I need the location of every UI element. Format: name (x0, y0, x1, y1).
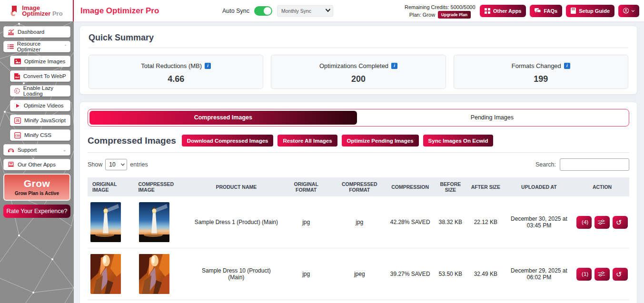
rate-experience-button[interactable]: Rate Your Experience? (3, 205, 70, 218)
restore-image-button[interactable]: ↺ (613, 268, 628, 281)
sliders-icon (598, 271, 605, 277)
sidebar-item-our-other-apps[interactable]: Our Other Apps (3, 159, 70, 170)
col-action[interactable]: Action (575, 177, 629, 196)
sliders-icon (598, 219, 605, 225)
search-input[interactable] (560, 158, 629, 171)
col-product-name[interactable]: Product Name (191, 177, 281, 196)
plan-line: Plan: Grow Upgrade Plan (405, 11, 476, 19)
before-size-cell (433, 300, 468, 303)
col-compressed-format[interactable]: Compressed Format (331, 177, 387, 196)
compression-cell: 42.28% SAVED (387, 196, 432, 248)
caret-down-icon (632, 10, 634, 12)
user-icon (623, 7, 629, 15)
user-menu-button[interactable] (618, 5, 639, 17)
grid-icon (485, 8, 490, 14)
setup-guide-button[interactable]: Setup Guide (566, 5, 614, 17)
auto-sync-toggle[interactable] (254, 6, 272, 16)
brand-logo[interactable]: Image Optimizer Pro (0, 0, 74, 21)
faqs-button[interactable]: FAQs (530, 5, 562, 17)
auto-sync-label: Auto Sync (222, 8, 249, 14)
sync-images-on-ecwid-button[interactable]: Sync Images On Ecwid (423, 135, 494, 147)
info-icon[interactable]: i (391, 63, 397, 69)
col-after-size[interactable]: After Size (468, 177, 503, 196)
sidebar-item-convert-webp[interactable]: WeP Convert To WebP (10, 70, 70, 82)
headset-icon (8, 147, 14, 153)
sidebar-item-resource-optimizer[interactable]: Resource Optimizer ˆ (3, 41, 70, 52)
stat-label: Optimizations Completedi (319, 62, 397, 69)
after-size-cell (468, 300, 503, 303)
restore-all-images-button[interactable]: Restore All Images (277, 135, 337, 147)
plan-name: Grow (6, 178, 68, 189)
top-bar: Image Optimizer Pro Image Optimizer Pro … (0, 0, 644, 21)
col-original-image[interactable]: Original Image (88, 177, 136, 196)
row-actions: (1) ↺ (577, 268, 627, 281)
undo-icon: ↺ (616, 271, 622, 278)
svg-text:I: I (16, 89, 18, 92)
search-group: Search: (535, 158, 629, 171)
page-size-select[interactable]: 10 (105, 159, 127, 170)
download-count: (1) (582, 271, 588, 277)
plan-status-text: Grow Plan is Active (6, 191, 68, 196)
col-uploaded-at[interactable]: Uploaded At (503, 177, 575, 196)
original-image-thumbnail[interactable] (90, 202, 121, 242)
tab-compressed-images[interactable]: Compressed Images (89, 111, 357, 125)
download-image-button[interactable]: (4) (576, 216, 592, 229)
search-label: Search: (535, 161, 556, 168)
sync-frequency-select-wrap: Monthly Sync (277, 5, 333, 17)
sidebar-item-label: Optimize Images (24, 59, 65, 64)
col-before-size[interactable]: Before Size (433, 177, 468, 196)
table-controls: Show 10 entries Search: (88, 158, 629, 171)
top-actions: Other Apps FAQs Setup Guide (480, 5, 639, 17)
col-compression[interactable]: Compression (387, 177, 432, 196)
compressed-format-cell: jpg (331, 196, 387, 248)
compression-cell: 39.27% SAVED (387, 248, 432, 300)
download-image-button[interactable]: (1) (576, 268, 592, 281)
webp-file-icon: WeP (14, 73, 20, 79)
other-apps-button[interactable]: Other Apps (480, 5, 526, 17)
stat-value: 199 (454, 74, 628, 84)
quick-summary-card: Quick Summary Total Reductions (MB)i 4.6… (80, 26, 637, 94)
sidebar-item-minify-javascript[interactable]: JS Minify JavaScript (10, 115, 70, 126)
credits-block: Remaining Credits: 5000/5000 Plan: Grow … (405, 3, 476, 19)
settings-image-button[interactable] (594, 216, 610, 229)
lazy-loading-icon: I (14, 88, 20, 94)
col-compressed-image[interactable]: Compressed Image (136, 177, 191, 196)
images-table: Original Image Compressed Image Product … (88, 177, 629, 303)
product-name-cell (191, 300, 281, 303)
plan-status-card[interactable]: Grow Grow Plan is Active (3, 174, 70, 201)
plan-label: Plan: Grow (409, 11, 435, 19)
sidebar-item-label: Convert To WebP (23, 73, 66, 79)
compressed-image-thumbnail[interactable] (139, 254, 169, 294)
stat-optimizations-completed: Optimizations Completedi 200 (271, 55, 446, 89)
uploaded-at-cell (503, 300, 575, 303)
upgrade-plan-button[interactable]: Upgrade Plan (438, 11, 471, 19)
col-original-format[interactable]: Original Format (281, 177, 331, 196)
show-label: Show (88, 161, 102, 168)
sidebar-item-dashboard[interactable]: Dashboard (3, 26, 70, 38)
info-icon[interactable]: i (205, 63, 211, 69)
svg-text:WeP: WeP (15, 76, 20, 78)
section-header: Compressed Images Download Compressed Im… (88, 135, 629, 147)
restore-image-button[interactable]: ↺ (613, 216, 628, 229)
table-row (88, 300, 629, 303)
remaining-credits-text: Remaining Credits: 5000/5000 (405, 3, 476, 11)
tab-pending-images[interactable]: Pending Images (357, 111, 627, 125)
stat-label: Formats Changedi (512, 62, 570, 69)
info-icon[interactable]: i (564, 63, 570, 69)
download-compressed-images-button[interactable]: Download Compressed Images (182, 135, 274, 147)
sync-frequency-select[interactable]: Monthly Sync (277, 5, 333, 17)
sidebar-item-minify-css[interactable]: CSS Minify CSS (10, 129, 70, 141)
sidebar-item-label: Minify CSS (24, 132, 51, 138)
sidebar-item-enable-lazy-loading[interactable]: I Enable Lazy Loading (10, 85, 70, 97)
stat-formats-changed: Formats Changedi 199 (454, 55, 628, 89)
optimize-pending-images-button[interactable]: Optimize Pending Images (342, 135, 419, 147)
settings-image-button[interactable] (594, 268, 610, 281)
compressed-image-thumbnail[interactable] (139, 202, 169, 242)
compression-cell (387, 300, 432, 303)
original-image-thumbnail[interactable] (90, 254, 121, 294)
sidebar-item-support[interactable]: Support ⌄ (3, 144, 70, 156)
sidebar-item-optimize-images[interactable]: Optimize Images (10, 56, 70, 67)
app-root: Image Optimizer Pro Image Optimizer Pro … (0, 0, 644, 303)
sidebar-item-optimize-videos[interactable]: Optimize Videos (10, 100, 70, 111)
brand-logo-text: Image Optimizer Pro (22, 5, 62, 17)
